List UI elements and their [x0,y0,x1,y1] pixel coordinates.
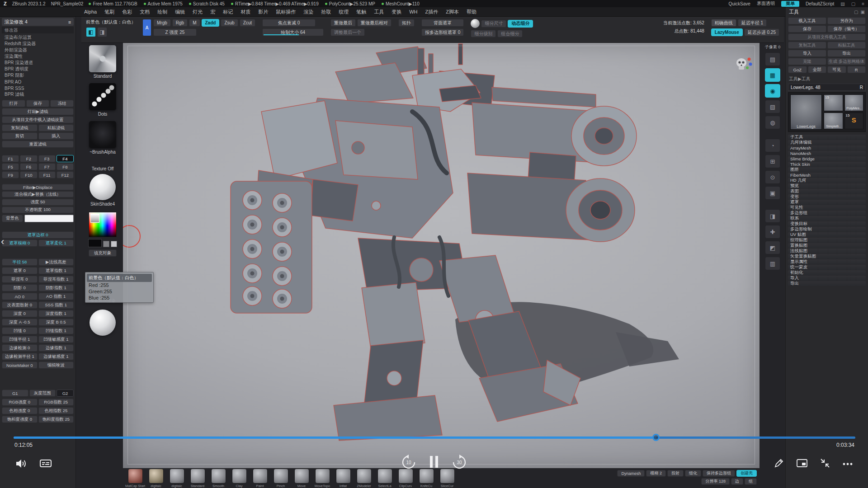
palette-open-icon[interactable]: ▢ [854,9,858,14]
lp-slider[interactable]: 深度 A -0.5 [2,319,38,326]
panel-menu-icon[interactable]: ≡ [68,19,71,25]
tray-control-button[interactable]: 保持多边形组 [703,470,735,477]
paint-mode-m[interactable]: M [189,19,200,27]
lp-button[interactable]: 灯箱▶滤镜 [2,108,74,115]
lp-slider[interactable]: 遮罩模糊 0 [2,239,38,247]
lp-gray-cell[interactable]: G2 [57,389,74,397]
fkey-f6[interactable]: F6 [20,163,37,170]
lp-slider[interactable]: 遮罩指数 1 [38,267,74,274]
rp-section-2[interactable]: ArrayMesh [788,145,866,150]
lp-menu-item[interactable]: BPR SSS [2,85,74,91]
forward-30-button[interactable]: 30 [452,455,467,470]
orientation-gizmo[interactable] [732,56,752,76]
current-alpha-thumbnail[interactable] [89,121,116,148]
tray-brush[interactable]: SliceCur [438,469,457,488]
paint-mode-mrgb[interactable]: Mrgb [153,19,171,27]
lp-button[interactable]: 从项目文件中载入滤镜设置 [2,116,74,123]
tray-brush[interactable]: KnifeCu [417,469,436,488]
tray-control-button[interactable]: 组 [745,478,757,485]
adjust-last-button[interactable]: 调整最后一个 [330,28,365,36]
lp-slider[interactable]: RGB强度 0 [2,399,38,406]
lp-slider[interactable]: 半径 58 [2,258,38,266]
rp-button[interactable]: R [847,66,866,73]
menu-item-14[interactable]: 纹理 [339,9,349,15]
lp-slider[interactable]: 菲涅耳 0 [2,276,38,283]
rp-section-7[interactable]: FiberMesh [788,173,866,178]
solo-icon[interactable]: ▥ [765,257,780,270]
dynamic-subdiv-button[interactable]: 动态细分 [508,20,533,28]
menu-item-20[interactable]: Z脚本 [446,9,459,15]
layout-grid-icon[interactable]: ▤ [840,1,844,6]
rp-button[interactable]: 载入工具 [788,17,826,24]
redo-last-relative-button[interactable]: 重做最后相对 [357,19,392,27]
rp-section-5[interactable]: Thick Skin [788,162,866,167]
lp-button[interactable]: 打开 [2,100,25,107]
lp-slider[interactable]: RGB指数 25 [38,399,74,406]
color-picker-sv-square[interactable] [90,214,99,223]
frame-icon[interactable]: ▣ [765,186,780,200]
edit-pencil-button[interactable] [774,458,784,469]
tray-control-button[interactable]: Dynamesh [617,470,645,477]
lp-slider[interactable]: 强度 50 [2,199,74,206]
rp-button[interactable]: 克隆 [788,58,826,65]
pip-button[interactable] [797,459,807,469]
lp-button[interactable]: 复制滤镜 [2,124,38,131]
menu-item-8[interactable]: 标记 [223,9,233,15]
shrink-button[interactable] [820,458,830,469]
rp-section-4[interactable]: Slime Bridge [788,156,866,161]
lp-slider[interactable]: 深度指数 1 [38,310,74,317]
current-stroke-thumbnail[interactable] [89,83,116,110]
rp-button[interactable]: 复制工具 [788,42,826,49]
lp-menu-item[interactable]: BPR 渲染通道 [2,60,74,66]
hamburger-icon[interactable]: ≡ [862,1,864,6]
lp-button[interactable]: 重置滤镜 [2,141,74,148]
rp-section-12[interactable]: 遮罩 [788,200,866,205]
menu-item-1[interactable]: 笔刷 [104,9,114,15]
rp-section-16[interactable]: 变换目标 [788,221,866,226]
tray-control-button[interactable]: 分辨率 128 [701,478,730,485]
backface-mask-button[interactable]: 背面遮罩 [421,19,464,27]
fkey-f1[interactable]: F1 [2,155,19,162]
tray-brush[interactable]: Clay [230,469,249,488]
lp-slider[interactable]: 色相指数 25 [38,407,74,414]
lp-slider[interactable]: 凹缝敏感度 1 [38,336,74,343]
current-brush-thumbnail[interactable] [89,45,116,72]
fkey-f11[interactable]: F11 [38,171,56,178]
tool-thumbnail[interactable]: SimpleB.. [824,113,843,129]
rp-section-21[interactable]: 法线贴图 [788,249,866,253]
menu-item-18[interactable]: WH [409,9,417,14]
fkey-f7[interactable]: F7 [38,163,56,170]
tray-brush[interactable]: digitalc [167,469,186,488]
tray-brush[interactable]: MatCap Startup [126,469,145,488]
tool-palette-header[interactable]: 工具 ▢ ▣ [788,8,866,15]
rp-button[interactable]: 可见 [827,66,846,73]
lp-slider[interactable]: 饱和度指数 25 [38,416,74,423]
menu-button[interactable]: 菜单 [781,1,799,7]
tray-control-button[interactable]: 模糊 2 [646,470,666,477]
lazy-step-slider[interactable]: 延迟步进 0.25 [744,28,779,36]
tray-brush[interactable]: ClipCurv [396,469,415,488]
lp-slider[interactable]: 边缘检测半径 1 [2,353,38,360]
pause-button[interactable] [429,455,439,469]
current-material-thumbnail[interactable] [90,174,116,200]
lp-menu-item[interactable]: BPR 滤镜 [2,91,74,98]
rp-button[interactable]: 另存为 [827,17,866,24]
exact-curve-button[interactable]: 精确曲线 [711,19,736,27]
paint-mode-zadd[interactable]: Zadd [202,19,220,27]
fkey-f5[interactable]: F5 [2,163,19,170]
menu-item-11[interactable]: 鼠标操作 [276,9,296,15]
rp-button[interactable]: 导出 [827,50,866,57]
tray-brush[interactable]: Pinch [271,469,290,488]
lp-slider[interactable]: 遮罩边框 0 [2,231,74,239]
lp-slider[interactable]: 阴影 0 [2,284,38,291]
mask-by-polygroups-slider[interactable]: 按多边形组遮罩 0 [421,28,464,36]
rp-section-24[interactable]: 统一蒙皮 [788,265,866,270]
z-intensity-slider[interactable]: Z 强度 25 [153,28,197,36]
active-tool-bar[interactable]: LowerLegs. 48 R [788,84,866,91]
menu-item-13[interactable]: 拾取 [321,9,331,15]
timeline-scrubber[interactable] [652,434,660,441]
lp-gray-cell[interactable]: G1 [2,389,28,397]
fkey-f10[interactable]: F10 [20,171,37,178]
rp-section-6[interactable]: 图层 [788,167,866,172]
menu-item-16[interactable]: 工具 [374,9,384,15]
